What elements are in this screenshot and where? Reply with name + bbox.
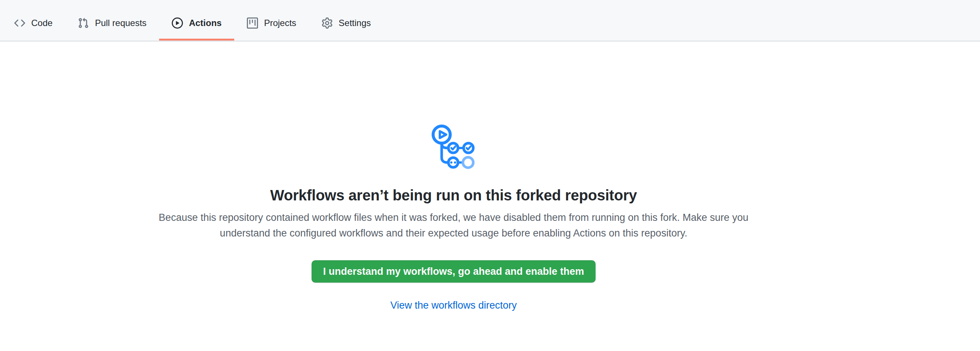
code-icon [14, 17, 25, 29]
tab-code-label: Code [31, 19, 52, 27]
project-icon [247, 17, 258, 29]
tab-projects-label: Projects [264, 19, 296, 27]
gear-icon [321, 17, 333, 29]
page-title: Workflows aren’t being run on this forke… [141, 186, 766, 205]
enable-workflows-button[interactable]: I understand my workflows, go ahead and … [312, 260, 596, 283]
tab-actions-label: Actions [189, 19, 221, 27]
blankslate: Workflows aren’t being run on this forke… [141, 42, 766, 313]
tab-code[interactable]: Code [2, 5, 65, 41]
tab-pull-requests[interactable]: Pull requests [65, 5, 159, 41]
view-workflows-directory-link[interactable]: View the workflows directory [390, 300, 517, 311]
tab-actions[interactable]: Actions [159, 5, 234, 41]
play-icon [172, 17, 183, 29]
repo-tab-nav: Code Pull requests Actions Projects Sett… [0, 0, 980, 42]
tab-projects[interactable]: Projects [234, 5, 309, 41]
actions-disabled-panel: Workflows aren’t being run on this forke… [0, 42, 980, 350]
workflow-illustration-icon [431, 124, 476, 171]
tab-settings[interactable]: Settings [309, 5, 384, 41]
git-pull-request-icon [78, 17, 89, 29]
blankslate-description: Because this repository contained workfl… [153, 210, 755, 241]
tab-pull-requests-label: Pull requests [95, 19, 146, 27]
tab-settings-label: Settings [339, 19, 371, 27]
